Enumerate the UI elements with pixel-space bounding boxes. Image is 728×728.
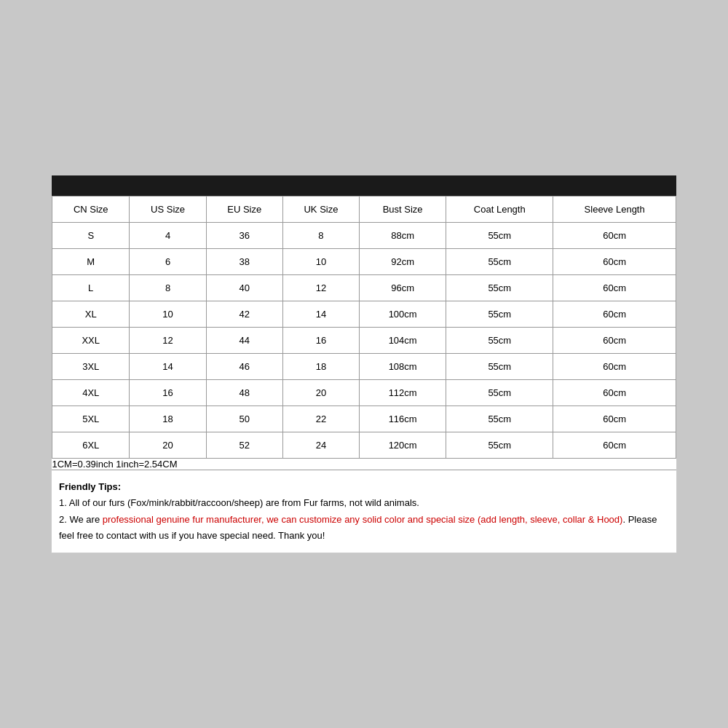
table-cell: 16: [282, 328, 359, 354]
table-cell: 10: [130, 301, 206, 328]
header-eu-size: EU Size: [206, 197, 282, 223]
table-cell: 108cm: [360, 354, 446, 380]
table-cell: 14: [282, 301, 359, 328]
table-cell: 55cm: [446, 380, 553, 406]
table-cell: 55cm: [446, 249, 553, 275]
table-cell: 18: [130, 406, 206, 432]
table-cell: 60cm: [553, 432, 676, 459]
table-cell: 92cm: [360, 249, 446, 275]
table-cell: 55cm: [446, 275, 553, 301]
tip-line2: 2. We are professional genuine fur manuf…: [59, 514, 657, 541]
table-cell: 5XL: [52, 406, 130, 432]
table-cell: 60cm: [553, 301, 676, 328]
table-cell: 6XL: [52, 432, 130, 459]
table-row: M6381092cm55cm60cm: [52, 249, 676, 275]
table-cell: 38: [206, 249, 282, 275]
table-row: L8401296cm55cm60cm: [52, 275, 676, 301]
table-row: S436888cm55cm60cm: [52, 223, 676, 249]
table-cell: 16: [130, 380, 206, 406]
header-bust-size: Bust Size: [360, 197, 446, 223]
table-cell: 55cm: [446, 432, 553, 459]
tip-line1: 1. All of our furs (Fox/mink/rabbit/racc…: [59, 497, 419, 508]
table-cell: 60cm: [553, 380, 676, 406]
table-cell: 48: [206, 380, 282, 406]
header-us-size: US Size: [130, 197, 206, 223]
table-cell: S: [52, 223, 130, 249]
table-cell: 4: [130, 223, 206, 249]
table-cell: 60cm: [553, 354, 676, 380]
tips-section: Friendly Tips: 1. All of our furs (Fox/m…: [52, 470, 676, 552]
table-cell: 42: [206, 301, 282, 328]
table-cell: 60cm: [553, 223, 676, 249]
table-cell: 4XL: [52, 380, 130, 406]
table-cell: 60cm: [553, 249, 676, 275]
table-cell: 60cm: [553, 406, 676, 432]
table-cell: L: [52, 275, 130, 301]
table-cell: 55cm: [446, 223, 553, 249]
note-row: 1CM=0.39inch 1inch=2.54CM: [52, 459, 676, 470]
tips-title: Friendly Tips:: [59, 481, 121, 492]
tip-red-text: professional genuine fur manufacturer, w…: [103, 514, 623, 525]
chart-title: [52, 175, 676, 196]
header-sleeve-length: Sleeve Length: [553, 197, 676, 223]
conversion-note: 1CM=0.39inch 1inch=2.54CM: [52, 459, 676, 470]
table-cell: 60cm: [553, 275, 676, 301]
table-cell: 18: [282, 354, 359, 380]
table-cell: 60cm: [553, 328, 676, 354]
table-cell: 3XL: [52, 354, 130, 380]
table-cell: 88cm: [360, 223, 446, 249]
table-cell: 20: [282, 380, 359, 406]
table-row: XL104214100cm55cm60cm: [52, 301, 676, 328]
table-cell: 20: [130, 432, 206, 459]
table-row: 6XL205224120cm55cm60cm: [52, 432, 676, 459]
table-cell: 36: [206, 223, 282, 249]
table-cell: 120cm: [360, 432, 446, 459]
table-cell: 24: [282, 432, 359, 459]
table-cell: 12: [282, 275, 359, 301]
table-cell: 100cm: [360, 301, 446, 328]
table-cell: 46: [206, 354, 282, 380]
table-cell: 112cm: [360, 380, 446, 406]
table-cell: 14: [130, 354, 206, 380]
table-cell: 8: [282, 223, 359, 249]
table-cell: 52: [206, 432, 282, 459]
table-cell: XL: [52, 301, 130, 328]
table-cell: XXL: [52, 328, 130, 354]
table-cell: 12: [130, 328, 206, 354]
table-row: 3XL144618108cm55cm60cm: [52, 354, 676, 380]
table-cell: 50: [206, 406, 282, 432]
table-row: 4XL164820112cm55cm60cm: [52, 380, 676, 406]
table-cell: M: [52, 249, 130, 275]
table-cell: 44: [206, 328, 282, 354]
header-cn-size: CN Size: [52, 197, 130, 223]
table-cell: 40: [206, 275, 282, 301]
table-cell: 116cm: [360, 406, 446, 432]
table-row: 5XL185022116cm55cm60cm: [52, 406, 676, 432]
header-uk-size: UK Size: [282, 197, 359, 223]
table-cell: 96cm: [360, 275, 446, 301]
table-cell: 22: [282, 406, 359, 432]
table-cell: 8: [130, 275, 206, 301]
table-cell: 55cm: [446, 301, 553, 328]
table-cell: 55cm: [446, 354, 553, 380]
table-cell: 55cm: [446, 406, 553, 432]
table-cell: 10: [282, 249, 359, 275]
table-row: XXL124416104cm55cm60cm: [52, 328, 676, 354]
header-coat-length: Coat Length: [446, 197, 553, 223]
table-cell: 104cm: [360, 328, 446, 354]
table-cell: 6: [130, 249, 206, 275]
table-cell: 55cm: [446, 328, 553, 354]
size-chart-card: CN Size US Size EU Size UK Size Bust Siz…: [51, 175, 677, 553]
table-header-row: CN Size US Size EU Size UK Size Bust Siz…: [52, 197, 676, 223]
size-table: CN Size US Size EU Size UK Size Bust Siz…: [52, 196, 676, 470]
